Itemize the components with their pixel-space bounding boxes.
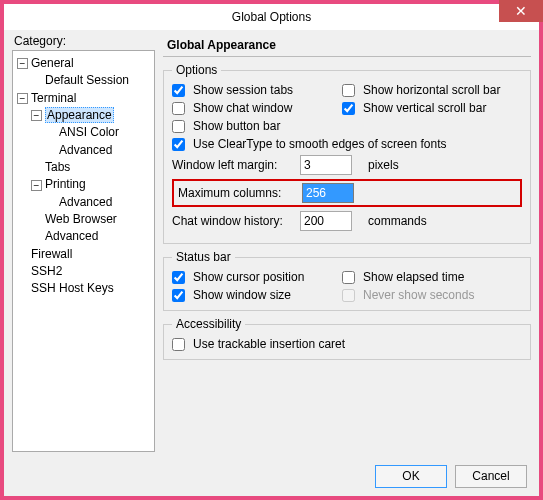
cancel-button[interactable]: Cancel bbox=[455, 465, 527, 488]
chat-history-input[interactable] bbox=[300, 211, 352, 231]
use-cleartype-checkbox[interactable] bbox=[172, 138, 185, 151]
tree-node-web-browser[interactable]: Web Browser bbox=[31, 211, 152, 228]
show-vertical-scroll-checkbox[interactable] bbox=[342, 102, 355, 115]
dialog-footer: OK Cancel bbox=[4, 456, 539, 496]
show-elapsed-time-label: Show elapsed time bbox=[363, 270, 464, 284]
show-cursor-position-checkbox[interactable] bbox=[172, 271, 185, 284]
accessibility-group: Accessibility Use trackable insertion ca… bbox=[163, 317, 531, 360]
tree-node-printing[interactable]: −Printing Advanced bbox=[31, 176, 152, 211]
accessibility-legend: Accessibility bbox=[172, 317, 245, 331]
statusbar-legend: Status bar bbox=[172, 250, 235, 264]
category-panel: Category: −General Default Session −Term… bbox=[12, 34, 155, 452]
tree-node-appearance[interactable]: −Appearance ANSI Color Advanced bbox=[31, 107, 152, 159]
settings-panel: Global Appearance Options Show session t… bbox=[163, 34, 531, 452]
tree-node-general[interactable]: −General Default Session bbox=[17, 55, 152, 90]
tree-node-terminal[interactable]: −Terminal −Appearance ANSI Color Advance… bbox=[17, 90, 152, 246]
use-trackable-caret-checkbox[interactable] bbox=[172, 338, 185, 351]
tree-node-firewall[interactable]: Firewall bbox=[17, 246, 152, 263]
tree-node-ansi-color[interactable]: ANSI Color bbox=[45, 124, 152, 141]
dialog-body: Category: −General Default Session −Term… bbox=[4, 30, 539, 456]
tree-node-ssh2[interactable]: SSH2 bbox=[17, 263, 152, 280]
options-legend: Options bbox=[172, 63, 221, 77]
dialog-window: Global Options ✕ Category: −General Defa… bbox=[0, 0, 543, 500]
tree-node-terminal-advanced[interactable]: Advanced bbox=[31, 228, 152, 245]
category-label: Category: bbox=[12, 34, 155, 48]
window-left-margin-input[interactable] bbox=[300, 155, 352, 175]
maximum-columns-label: Maximum columns: bbox=[178, 186, 294, 200]
collapse-icon[interactable]: − bbox=[31, 180, 42, 191]
tree-node-ssh-host-keys[interactable]: SSH Host Keys bbox=[17, 280, 152, 297]
tree-node-printing-advanced[interactable]: Advanced bbox=[45, 194, 152, 211]
options-group: Options Show session tabs Show horizonta… bbox=[163, 63, 531, 244]
close-button[interactable]: ✕ bbox=[499, 0, 543, 22]
tree-node-tabs[interactable]: Tabs bbox=[31, 159, 152, 176]
show-horizontal-scroll-checkbox[interactable] bbox=[342, 84, 355, 97]
window-left-margin-unit: pixels bbox=[368, 158, 522, 172]
show-elapsed-time-checkbox[interactable] bbox=[342, 271, 355, 284]
show-button-bar-checkbox[interactable] bbox=[172, 120, 185, 133]
show-window-size-label: Show window size bbox=[193, 288, 291, 302]
never-show-seconds-checkbox bbox=[342, 289, 355, 302]
panel-title: Global Appearance bbox=[163, 36, 531, 57]
chat-history-label: Chat window history: bbox=[172, 214, 292, 228]
never-show-seconds-label: Never show seconds bbox=[363, 288, 474, 302]
show-chat-window-label: Show chat window bbox=[193, 101, 292, 115]
collapse-icon[interactable]: − bbox=[31, 110, 42, 121]
chat-history-unit: commands bbox=[368, 214, 522, 228]
maximum-columns-highlight: Maximum columns: bbox=[172, 179, 522, 207]
show-horizontal-scroll-label: Show horizontal scroll bar bbox=[363, 83, 500, 97]
show-vertical-scroll-label: Show vertical scroll bar bbox=[363, 101, 486, 115]
ok-button[interactable]: OK bbox=[375, 465, 447, 488]
tree-node-appearance-advanced[interactable]: Advanced bbox=[45, 142, 152, 159]
show-cursor-position-label: Show cursor position bbox=[193, 270, 304, 284]
collapse-icon[interactable]: − bbox=[17, 93, 28, 104]
use-trackable-caret-label: Use trackable insertion caret bbox=[193, 337, 345, 351]
collapse-icon[interactable]: − bbox=[17, 58, 28, 69]
show-button-bar-label: Show button bar bbox=[193, 119, 280, 133]
window-left-margin-label: Window left margin: bbox=[172, 158, 292, 172]
titlebar: Global Options ✕ bbox=[4, 4, 539, 30]
use-cleartype-label: Use ClearType to smooth edges of screen … bbox=[193, 137, 446, 151]
category-tree[interactable]: −General Default Session −Terminal −Appe… bbox=[12, 50, 155, 452]
show-window-size-checkbox[interactable] bbox=[172, 289, 185, 302]
show-chat-window-checkbox[interactable] bbox=[172, 102, 185, 115]
tree-node-default-session[interactable]: Default Session bbox=[31, 72, 152, 89]
show-session-tabs-label: Show session tabs bbox=[193, 83, 293, 97]
window-title: Global Options bbox=[4, 10, 539, 24]
maximum-columns-input[interactable] bbox=[302, 183, 354, 203]
close-icon: ✕ bbox=[515, 4, 527, 18]
show-session-tabs-checkbox[interactable] bbox=[172, 84, 185, 97]
statusbar-group: Status bar Show cursor position Show ela… bbox=[163, 250, 531, 311]
